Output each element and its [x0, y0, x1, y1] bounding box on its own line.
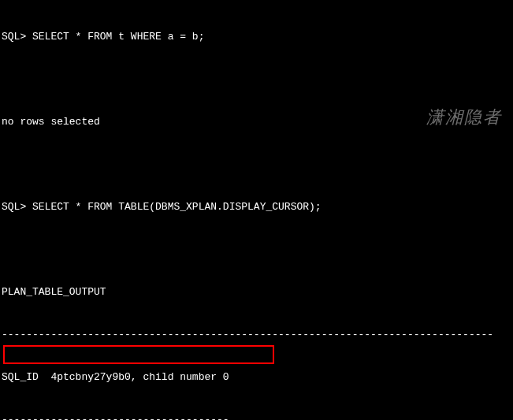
sql-prompt-line: SQL> SELECT * FROM t WHERE a = b; [2, 30, 513, 44]
sql-prompt-line: SQL> SELECT * FROM TABLE(DBMS_XPLAN.DISP… [2, 200, 513, 214]
result-message: no rows selected [2, 115, 513, 129]
divider-line: ------------------------------------- [2, 413, 513, 420]
divider-line: ----------------------------------------… [2, 328, 513, 342]
blank-line [2, 243, 513, 257]
plan-table-header: PLAN_TABLE_OUTPUT [2, 285, 513, 299]
blank-line [2, 72, 513, 87]
sql-id-line: SQL_ID 4ptcbny27y9b0, child number 0 [2, 370, 513, 385]
terminal-output: SQL> SELECT * FROM t WHERE a = b; no row… [0, 0, 513, 420]
blank-line [2, 158, 513, 172]
